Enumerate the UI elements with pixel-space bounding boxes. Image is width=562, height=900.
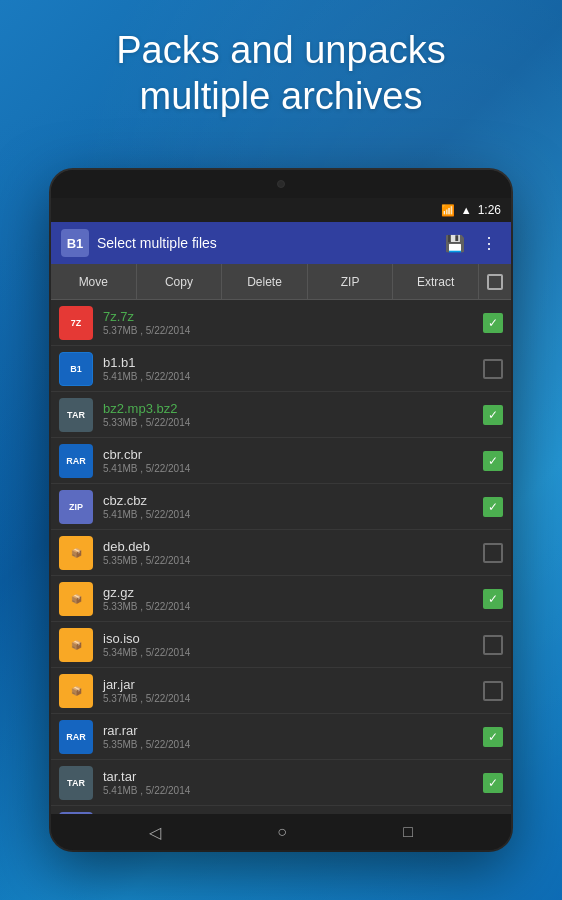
file-info: bz2.mp3.bz2 5.33MB , 5/22/2014 [103,401,483,428]
more-button[interactable]: ⋮ [477,232,501,255]
file-type-icon: 📦 [59,674,93,708]
list-item[interactable]: 📦 deb.deb 5.35MB , 5/22/2014 [51,530,511,576]
copy-button[interactable]: Copy [137,264,223,299]
wifi-icon: ▲ [461,204,472,216]
app-bar-actions: 💾 ⋮ [441,232,501,255]
file-info: jar.jar 5.37MB , 5/22/2014 [103,677,483,704]
select-all-checkbox[interactable] [479,274,511,290]
home-nav-icon[interactable]: ○ [277,823,287,841]
file-type-icon: TAR [59,766,93,800]
file-checkbox[interactable]: ✓ [483,313,503,333]
app-bar-title: Select multiple files [97,235,433,251]
file-checkbox[interactable] [483,359,503,379]
file-type-icon: RAR [59,444,93,478]
list-item[interactable]: ZIP cbz.cbz 5.41MB , 5/22/2014 ✓ [51,484,511,530]
list-item[interactable]: ZIP zip.zip 5.34MB , 5/22/2014 [51,806,511,814]
file-type-icon: B1 [59,352,93,386]
headline-line2: multiple archives [140,75,423,117]
file-name: iso.iso [103,631,483,646]
app-icon: B1 [61,229,89,257]
file-name: tar.tar [103,769,483,784]
file-name: b1.b1 [103,355,483,370]
file-meta: 5.37MB , 5/22/2014 [103,325,483,336]
file-meta: 5.37MB , 5/22/2014 [103,693,483,704]
file-meta: 5.35MB , 5/22/2014 [103,739,483,750]
app-bar: B1 Select multiple files 💾 ⋮ [51,222,511,264]
file-checkbox[interactable]: ✓ [483,727,503,747]
file-meta: 5.34MB , 5/22/2014 [103,647,483,658]
status-bar: 📶 ▲ 1:26 [51,198,511,222]
file-meta: 5.41MB , 5/22/2014 [103,509,483,520]
file-type-icon: ZIP [59,490,93,524]
file-info: cbz.cbz 5.41MB , 5/22/2014 [103,493,483,520]
headline: Packs and unpacks multiple archives [0,28,562,119]
file-meta: 5.41MB , 5/22/2014 [103,463,483,474]
file-type-icon: 7Z [59,306,93,340]
list-item[interactable]: B1 b1.b1 5.41MB , 5/22/2014 [51,346,511,392]
file-checkbox[interactable]: ✓ [483,589,503,609]
recents-nav-icon[interactable]: □ [403,823,413,841]
list-item[interactable]: 7Z 7z.7z 5.37MB , 5/22/2014 ✓ [51,300,511,346]
file-name: jar.jar [103,677,483,692]
save-button[interactable]: 💾 [441,232,469,255]
file-info: cbr.cbr 5.41MB , 5/22/2014 [103,447,483,474]
camera-dot [277,180,285,188]
file-info: deb.deb 5.35MB , 5/22/2014 [103,539,483,566]
file-meta: 5.33MB , 5/22/2014 [103,601,483,612]
file-checkbox[interactable] [483,635,503,655]
file-type-icon: 📦 [59,582,93,616]
file-checkbox[interactable] [483,543,503,563]
toolbar: Move Copy Delete ZIP Extract [51,264,511,300]
bluetooth-icon: 📶 [441,204,455,217]
file-name: bz2.mp3.bz2 [103,401,483,416]
file-name: gz.gz [103,585,483,600]
file-meta: 5.35MB , 5/22/2014 [103,555,483,566]
list-item[interactable]: 📦 jar.jar 5.37MB , 5/22/2014 [51,668,511,714]
tablet-nav-bar: ◁ ○ □ [51,814,511,850]
file-checkbox[interactable]: ✓ [483,497,503,517]
list-item[interactable]: RAR cbr.cbr 5.41MB , 5/22/2014 ✓ [51,438,511,484]
file-info: b1.b1 5.41MB , 5/22/2014 [103,355,483,382]
tablet-device: 📶 ▲ 1:26 B1 Select multiple files 💾 ⋮ Mo… [51,170,511,850]
list-item[interactable]: RAR rar.rar 5.35MB , 5/22/2014 ✓ [51,714,511,760]
file-checkbox[interactable]: ✓ [483,451,503,471]
file-meta: 5.33MB , 5/22/2014 [103,417,483,428]
file-list: 7Z 7z.7z 5.37MB , 5/22/2014 ✓ B1 b1.b1 5… [51,300,511,814]
file-checkbox[interactable]: ✓ [483,405,503,425]
zip-button[interactable]: ZIP [308,264,394,299]
tablet-wrapper: 📶 ▲ 1:26 B1 Select multiple files 💾 ⋮ Mo… [51,170,511,850]
delete-button[interactable]: Delete [222,264,308,299]
file-name: cbz.cbz [103,493,483,508]
tablet-top-bar [51,170,511,198]
move-button[interactable]: Move [51,264,137,299]
list-item[interactable]: TAR tar.tar 5.41MB , 5/22/2014 ✓ [51,760,511,806]
file-checkbox[interactable] [483,681,503,701]
file-name: rar.rar [103,723,483,738]
file-type-icon: RAR [59,720,93,754]
file-name: deb.deb [103,539,483,554]
file-checkbox[interactable]: ✓ [483,773,503,793]
file-info: iso.iso 5.34MB , 5/22/2014 [103,631,483,658]
list-item[interactable]: 📦 iso.iso 5.34MB , 5/22/2014 [51,622,511,668]
file-info: tar.tar 5.41MB , 5/22/2014 [103,769,483,796]
list-item[interactable]: TAR bz2.mp3.bz2 5.33MB , 5/22/2014 ✓ [51,392,511,438]
file-type-icon: 📦 [59,536,93,570]
file-type-icon: 📦 [59,628,93,662]
file-meta: 5.41MB , 5/22/2014 [103,785,483,796]
status-time: 1:26 [478,203,501,217]
back-nav-icon[interactable]: ◁ [149,823,161,842]
file-name: 7z.7z [103,309,483,324]
tablet-screen: 📶 ▲ 1:26 B1 Select multiple files 💾 ⋮ Mo… [51,198,511,814]
file-info: gz.gz 5.33MB , 5/22/2014 [103,585,483,612]
file-type-icon: TAR [59,398,93,432]
headline-line1: Packs and unpacks [116,29,446,71]
file-name: cbr.cbr [103,447,483,462]
list-item[interactable]: 📦 gz.gz 5.33MB , 5/22/2014 ✓ [51,576,511,622]
file-meta: 5.41MB , 5/22/2014 [103,371,483,382]
file-info: 7z.7z 5.37MB , 5/22/2014 [103,309,483,336]
file-info: rar.rar 5.35MB , 5/22/2014 [103,723,483,750]
extract-button[interactable]: Extract [393,264,479,299]
